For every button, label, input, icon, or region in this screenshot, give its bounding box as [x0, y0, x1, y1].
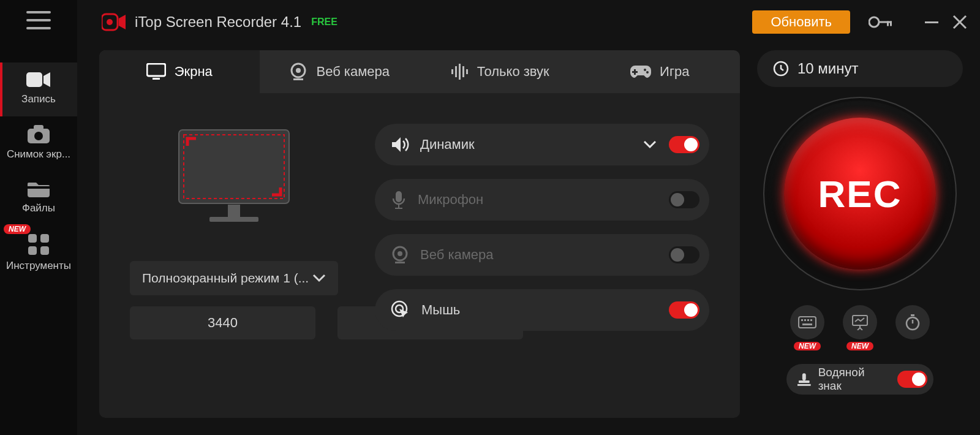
svg-point-11	[869, 17, 879, 27]
minimize-button[interactable]	[924, 14, 940, 30]
svg-rect-15	[925, 21, 938, 23]
svg-rect-27	[632, 71, 638, 73]
option-microphone[interactable]: Микрофон	[375, 179, 709, 221]
menu-button[interactable]	[26, 11, 51, 29]
extra-timer-button[interactable]	[895, 305, 930, 350]
presentation-icon	[851, 314, 869, 330]
grid-icon	[0, 234, 77, 255]
svg-point-39	[398, 251, 402, 256]
svg-rect-33	[209, 217, 258, 222]
svg-rect-30	[179, 130, 289, 203]
svg-rect-47	[807, 319, 809, 321]
screen-mode-select[interactable]: Полноэкранный режим 1 (...	[130, 261, 338, 295]
svg-rect-49	[802, 323, 812, 325]
sidebar-item-label: Запись	[0, 93, 77, 105]
video-camera-icon	[0, 71, 77, 88]
record-button-label: REC	[784, 118, 936, 270]
sidebar-item-label: Инструменты	[0, 260, 77, 272]
stamp-icon	[797, 372, 811, 387]
sidebar-item-tools[interactable]: NEW Инструменты	[0, 225, 77, 283]
screen-mode-value: Полноэкранный режим 1 (...	[142, 271, 309, 286]
mouse-toggle[interactable]	[669, 301, 699, 319]
tab-game[interactable]: Игра	[580, 50, 741, 93]
svg-point-10	[107, 19, 113, 25]
stopwatch-icon	[905, 314, 921, 331]
sidebar-item-label: Снимок экр...	[0, 148, 77, 161]
svg-rect-37	[395, 208, 402, 209]
svg-rect-46	[804, 319, 806, 321]
svg-rect-20	[293, 78, 303, 80]
width-input[interactable]	[130, 306, 315, 339]
record-panel: Экрна Веб камера Только звук Игра	[99, 50, 740, 418]
option-webcam[interactable]: Веб камера	[375, 234, 709, 276]
gamepad-icon	[630, 64, 651, 79]
svg-rect-52	[911, 314, 914, 316]
svg-point-19	[296, 68, 301, 73]
sidebar-item-files[interactable]: Файлы	[0, 172, 77, 225]
svg-rect-48	[810, 319, 812, 321]
tab-webcam[interactable]: Веб камера	[260, 50, 420, 93]
svg-point-3	[34, 132, 43, 140]
keyboard-icon	[798, 316, 816, 328]
cursor-click-icon	[391, 300, 410, 320]
speaker-icon	[391, 136, 409, 153]
clock-icon	[773, 61, 789, 77]
record-controls: 10 минут REC NEW NEW	[757, 50, 963, 418]
folder-icon	[0, 180, 77, 197]
chevron-down-icon	[312, 274, 326, 282]
time-limit-value: 10 минут	[797, 60, 859, 77]
app-title: iTop Screen Recorder 4.1	[135, 13, 301, 31]
svg-point-28	[644, 69, 646, 71]
svg-rect-45	[801, 319, 803, 321]
option-mouse[interactable]: Мышь	[375, 289, 709, 331]
svg-rect-24	[462, 66, 464, 77]
audio-bars-icon	[450, 62, 469, 81]
option-label: Веб камера	[420, 247, 669, 263]
upgrade-button[interactable]: Обновить	[752, 10, 850, 34]
svg-rect-32	[228, 205, 240, 217]
svg-rect-6	[40, 234, 49, 243]
svg-rect-22	[455, 66, 457, 77]
webcam-icon	[289, 62, 307, 81]
monitor-icon	[146, 63, 166, 80]
key-icon[interactable]	[869, 13, 893, 31]
camera-icon	[0, 125, 77, 143]
extra-keyboard-button[interactable]: NEW	[790, 305, 824, 350]
speaker-toggle[interactable]	[669, 136, 699, 153]
watermark-button[interactable]: Водяной знак	[786, 364, 933, 395]
sidebar-item-screenshot[interactable]: Снимок экр...	[0, 116, 77, 172]
monitor-preview	[173, 124, 295, 230]
tab-screen[interactable]: Экрна	[99, 50, 260, 93]
webcam-icon	[391, 246, 409, 264]
new-badge: NEW	[794, 342, 821, 350]
watermark-label: Водяной знак	[818, 366, 890, 393]
sidebar-item-record[interactable]: Запись	[0, 62, 77, 116]
extra-presentation-button[interactable]: NEW	[843, 305, 877, 350]
option-speaker[interactable]: Динамик	[375, 124, 709, 165]
svg-rect-54	[799, 380, 810, 383]
webcam-toggle[interactable]	[669, 246, 699, 263]
watermark-toggle[interactable]	[897, 371, 927, 388]
free-tag: FREE	[311, 17, 337, 28]
microphone-toggle[interactable]	[669, 191, 699, 208]
record-button[interactable]: REC	[763, 97, 957, 290]
svg-rect-21	[451, 69, 453, 74]
svg-rect-13	[887, 21, 889, 26]
sidebar-item-label: Файлы	[0, 202, 77, 214]
svg-point-29	[646, 71, 649, 74]
svg-rect-5	[28, 234, 37, 243]
tab-label: Экрна	[175, 64, 213, 80]
tab-audio[interactable]: Только звук	[420, 50, 580, 93]
svg-rect-55	[797, 384, 811, 386]
svg-rect-2	[34, 125, 43, 130]
svg-rect-53	[802, 373, 806, 380]
record-tabs: Экрна Веб камера Только звук Игра	[99, 50, 740, 93]
svg-rect-8	[40, 246, 49, 255]
close-button[interactable]	[952, 14, 968, 30]
svg-rect-23	[459, 64, 461, 80]
tab-label: Только звук	[477, 64, 549, 80]
svg-rect-12	[878, 21, 892, 23]
svg-rect-25	[466, 69, 468, 74]
time-limit-button[interactable]: 10 минут	[757, 50, 963, 87]
chevron-down-icon[interactable]	[643, 140, 657, 149]
